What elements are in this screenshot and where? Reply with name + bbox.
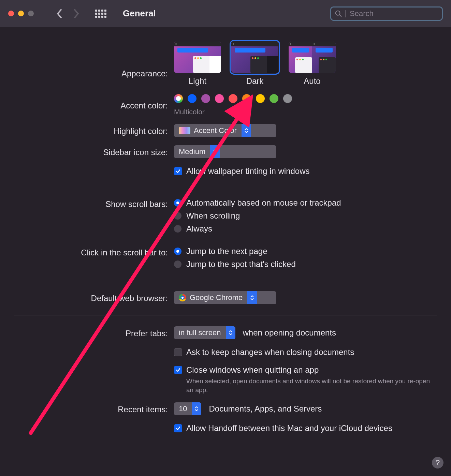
highlight-label: Highlight color: xyxy=(10,125,174,136)
back-button[interactable] xyxy=(54,9,64,19)
close-windows-sub: When selected, open documents and window… xyxy=(186,377,432,394)
forward-button xyxy=(71,9,82,19)
ask-keep-checkbox[interactable] xyxy=(174,348,182,356)
help-button[interactable]: ? xyxy=(432,457,443,468)
accent-color-swatches xyxy=(174,94,441,103)
appearance-option-dark[interactable]: Dark xyxy=(231,42,278,86)
accent-swatch-green[interactable] xyxy=(270,94,278,103)
sidebar-size-select[interactable]: Medium xyxy=(174,145,276,158)
close-window-button[interactable] xyxy=(8,11,14,16)
handoff-checkbox[interactable] xyxy=(174,424,182,432)
recent-items-select[interactable]: 10 xyxy=(174,402,201,415)
appearance-label: Appearance: xyxy=(10,42,174,78)
accent-swatch-purple[interactable] xyxy=(201,94,210,103)
select-arrows-icon xyxy=(242,124,251,137)
highlight-color-select[interactable]: Accent Color xyxy=(174,124,276,137)
appearance-option-auto-label: Auto xyxy=(304,76,320,86)
default-browser-select[interactable]: Google Chrome xyxy=(174,291,276,304)
click-scroll-radio-spot[interactable]: Jump to the spot that's clicked xyxy=(174,259,441,269)
divider xyxy=(14,315,437,315)
divider xyxy=(14,187,437,187)
appearance-option-auto[interactable]: Auto xyxy=(289,42,336,86)
browser-label: Default web browser: xyxy=(10,292,174,303)
sidebar-size-label: Sidebar icon size: xyxy=(10,146,174,157)
handoff-label: Allow Handoff between this Mac and your … xyxy=(186,423,392,433)
general-pane: Appearance: Light xyxy=(0,27,451,447)
checkmark-icon xyxy=(175,168,181,174)
scrollbars-radio-scrolling[interactable]: When scrolling xyxy=(174,211,441,221)
accent-swatch-orange[interactable] xyxy=(242,94,251,103)
tabs-suffix: when opening documents xyxy=(243,328,336,338)
wallpaper-tint-label: Allow wallpaper tinting in windows xyxy=(186,166,310,176)
accent-swatch-multicolor[interactable] xyxy=(174,94,183,103)
accent-swatch-blue[interactable] xyxy=(188,94,197,103)
prefer-tabs-select[interactable]: in full screen xyxy=(174,326,235,339)
search-icon xyxy=(335,10,342,17)
recent-value: 10 xyxy=(179,404,187,413)
recent-suffix: Documents, Apps, and Servers xyxy=(209,404,322,414)
tabs-value: in full screen xyxy=(179,328,221,337)
text-cursor xyxy=(346,10,346,17)
accent-selected-label: Multicolor xyxy=(174,108,441,116)
select-arrows-icon xyxy=(210,145,220,158)
wallpaper-tint-checkbox[interactable] xyxy=(174,167,182,175)
appearance-option-dark-label: Dark xyxy=(246,76,264,86)
select-arrows-icon xyxy=(192,402,201,415)
window-title: General xyxy=(123,8,156,19)
search-field[interactable]: Search xyxy=(330,6,443,21)
window-toolbar: General Search xyxy=(0,0,451,27)
checkmark-icon xyxy=(175,367,181,373)
search-placeholder: Search xyxy=(350,9,374,18)
appearance-options: Light Dark xyxy=(174,42,441,86)
sidebar-size-value: Medium xyxy=(179,147,205,156)
appearance-option-light-label: Light xyxy=(189,76,206,86)
accent-swatch-yellow[interactable] xyxy=(256,94,265,103)
window-controls xyxy=(8,11,34,16)
accent-swatch-red[interactable] xyxy=(229,94,237,103)
click-scroll-radio-next[interactable]: Jump to the next page xyxy=(174,247,441,256)
svg-line-1 xyxy=(339,15,341,16)
minimize-window-button[interactable] xyxy=(18,11,24,16)
appearance-option-light[interactable]: Light xyxy=(174,42,221,86)
scrollbars-label: Show scroll bars: xyxy=(10,198,174,209)
scrollbars-radio-always[interactable]: Always xyxy=(174,224,441,234)
accent-swatch-pink[interactable] xyxy=(215,94,224,103)
divider xyxy=(14,280,437,280)
show-all-button[interactable] xyxy=(95,10,106,18)
recent-label: Recent items: xyxy=(10,403,174,414)
select-arrows-icon xyxy=(226,326,235,339)
scrollbars-radio-auto[interactable]: Automatically based on mouse or trackpad xyxy=(174,198,441,208)
accent-label: Accent color: xyxy=(10,100,174,110)
click-scroll-label: Click in the scroll bar to: xyxy=(10,247,174,257)
chrome-icon xyxy=(179,294,186,301)
close-windows-label: Close windows when quitting an app xyxy=(186,365,432,375)
checkmark-icon xyxy=(175,426,181,431)
highlight-swatch-icon xyxy=(179,127,190,134)
tabs-label: Prefer tabs: xyxy=(10,327,174,338)
ask-keep-label: Ask to keep changes when closing documen… xyxy=(186,347,354,357)
close-windows-checkbox[interactable] xyxy=(174,366,182,374)
highlight-select-value: Accent Color xyxy=(194,126,237,135)
browser-value: Google Chrome xyxy=(190,293,243,302)
zoom-window-button xyxy=(28,11,34,16)
select-arrows-icon xyxy=(247,291,257,304)
accent-swatch-gray[interactable] xyxy=(283,94,292,103)
